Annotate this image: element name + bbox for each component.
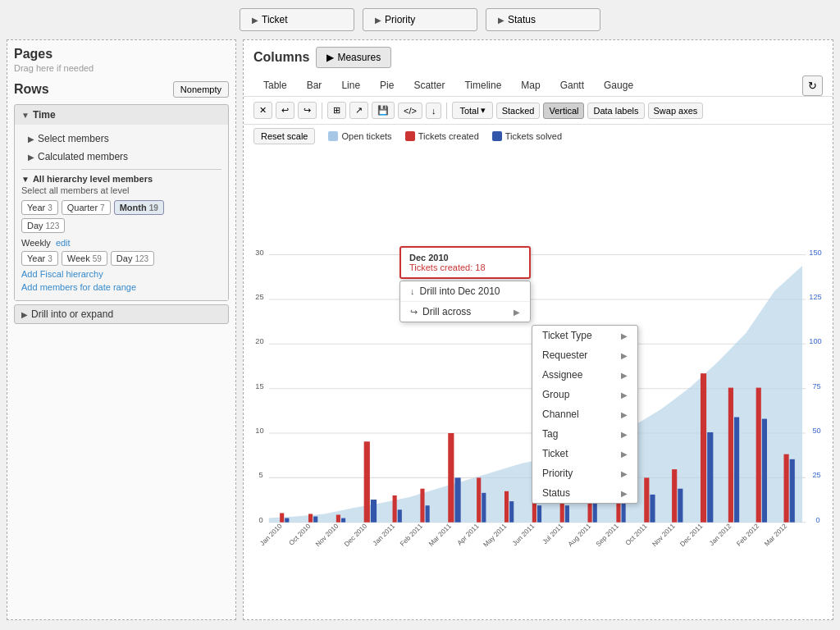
reset-scale-button[interactable]: Reset scale	[253, 128, 315, 144]
drill-item[interactable]: ▶ Drill into or expand	[15, 305, 228, 323]
svg-text:Dec 2011: Dec 2011	[678, 523, 704, 548]
time-dimension-header[interactable]: ▼ Time	[15, 105, 228, 125]
stacked-button[interactable]: Stacked	[496, 103, 541, 119]
svg-text:Mar 2012: Mar 2012	[763, 523, 788, 548]
submenu-channel[interactable]: Channel ▶	[532, 404, 637, 424]
svg-rect-55	[756, 388, 761, 523]
tab-bar[interactable]: Bar	[297, 75, 332, 96]
toolbar-save-btn[interactable]: 💾	[372, 102, 395, 119]
tab-pie[interactable]: Pie	[370, 75, 404, 96]
quarter-chip[interactable]: Quarter 7	[62, 200, 111, 215]
tooltip-value: Tickets created: 18	[409, 262, 521, 272]
year-chip[interactable]: Year 3	[21, 200, 58, 215]
drill-block: ▶ Drill into or expand	[14, 304, 229, 324]
tab-table[interactable]: Table	[253, 75, 297, 96]
svg-text:75: 75	[812, 382, 820, 390]
tab-gantt[interactable]: Gantt	[550, 75, 594, 96]
day-chips-row: Day 123	[21, 218, 221, 233]
toolbar-remove-btn[interactable]: ✕	[253, 102, 272, 119]
tooltip-box: Dec 2010 Tickets created: 18	[399, 246, 531, 279]
svg-rect-57	[784, 454, 789, 523]
tickets-created-color	[405, 131, 415, 141]
status-filter-btn[interactable]: ▶ Status	[486, 8, 600, 31]
tickets-solved-color	[492, 131, 502, 141]
svg-rect-31	[420, 489, 424, 523]
svg-rect-50	[678, 489, 682, 523]
svg-text:30: 30	[255, 249, 263, 257]
svg-text:0: 0	[258, 516, 262, 524]
swap-axes-button[interactable]: Swap axes	[648, 103, 704, 119]
weekly-week-chip[interactable]: Week 59	[62, 251, 107, 266]
drill-into-item[interactable]: ↓ Drill into Dec 2010	[400, 281, 530, 301]
submenu: Ticket Type ▶ Requester ▶ Assignee ▶	[532, 325, 638, 504]
submenu-tag[interactable]: Tag ▶	[532, 424, 637, 444]
nonempty-button[interactable]: Nonempty	[173, 81, 229, 98]
toolbar-open-btn[interactable]: ↗	[349, 102, 368, 119]
tab-gauge[interactable]: Gauge	[594, 75, 643, 96]
total-button[interactable]: Total ▾	[452, 102, 492, 119]
total-arrow-icon: ▾	[481, 105, 486, 116]
vertical-button[interactable]: Vertical	[543, 103, 584, 119]
weekly-year-chip[interactable]: Year 3	[21, 251, 58, 266]
svg-rect-26	[341, 518, 345, 523]
svg-text:Jan 2012: Jan 2012	[708, 523, 733, 548]
tab-scatter[interactable]: Scatter	[404, 75, 454, 96]
submenu-group[interactable]: Group ▶	[532, 385, 637, 404]
add-fiscal-link[interactable]: Add Fiscal hierarchy	[21, 269, 221, 279]
tab-map[interactable]: Map	[511, 75, 550, 96]
svg-rect-52	[707, 432, 713, 523]
svg-rect-27	[364, 441, 370, 522]
drill-across-item[interactable]: ↪ Drill across ▶ Ticket Type ▶	[400, 302, 530, 322]
toolbar-copy-btn[interactable]: ⊞	[327, 102, 346, 119]
weekly-day-chip[interactable]: Day 123	[111, 251, 154, 266]
tab-line[interactable]: Line	[331, 75, 370, 96]
time-dimension-content: ▶ Select members ▶ Calculated members ▼ …	[15, 125, 228, 300]
svg-rect-49	[672, 469, 677, 523]
toolbar-undo-btn[interactable]: ↩	[276, 102, 294, 119]
measures-button[interactable]: ▶ Measures	[316, 47, 391, 68]
svg-text:15: 15	[255, 382, 263, 390]
submenu-ticket[interactable]: Ticket ▶	[532, 444, 637, 463]
calculated-members-item[interactable]: ▶ Calculated members	[21, 148, 221, 166]
add-date-range-link[interactable]: Add members for date range	[21, 282, 221, 292]
sidebar: Pages Drag here if needed Rows Nonempty …	[7, 39, 236, 620]
submenu-assignee[interactable]: Assignee ▶	[532, 365, 637, 385]
svg-rect-42	[565, 505, 569, 523]
svg-rect-29	[393, 495, 397, 523]
svg-text:25: 25	[255, 293, 263, 301]
day-chip[interactable]: Day 123	[21, 218, 65, 233]
svg-text:May 2011: May 2011	[482, 523, 509, 549]
weekly-chips: Year 3 Week 59 Day 123	[21, 251, 221, 266]
priority-filter-btn[interactable]: ▶ Priority	[363, 8, 477, 31]
svg-rect-53	[728, 388, 733, 523]
tab-timeline[interactable]: Timeline	[454, 75, 511, 96]
drill-across-icon: ↪	[410, 307, 418, 317]
time-dimension-block: ▼ Time ▶ Select members ▶ Calculated mem…	[14, 104, 229, 301]
month-chip[interactable]: Month 19	[114, 200, 164, 215]
status-arrow-icon: ▶	[498, 16, 504, 25]
rows-header: Rows Nonempty	[14, 81, 229, 98]
svg-text:Nov 2010: Nov 2010	[314, 523, 340, 548]
toolbar-code-btn[interactable]: </>	[398, 103, 422, 119]
weekly-label: Weekly	[21, 238, 51, 248]
toolbar-download-btn[interactable]: ↓	[426, 103, 442, 119]
svg-rect-51	[701, 373, 706, 523]
data-labels-button[interactable]: Data labels	[587, 103, 644, 119]
svg-rect-36	[482, 493, 486, 523]
columns-header: Columns ▶ Measures	[244, 40, 833, 75]
toolbar-sep1	[322, 103, 322, 119]
svg-rect-48	[650, 495, 655, 523]
svg-text:Nov 2011: Nov 2011	[651, 523, 676, 548]
submenu-requester[interactable]: Requester ▶	[532, 345, 637, 365]
submenu-priority[interactable]: Priority ▶	[532, 463, 637, 483]
toolbar-redo-btn[interactable]: ↪	[298, 102, 317, 119]
time-arrow-icon: ▼	[21, 111, 30, 120]
ticket-filter-btn[interactable]: ▶ Ticket	[240, 8, 354, 31]
svg-text:5: 5	[258, 471, 262, 479]
refresh-button[interactable]: ↻	[802, 75, 823, 96]
submenu-status[interactable]: Status ▶	[532, 483, 637, 503]
select-members-item[interactable]: ▶ Select members	[21, 130, 221, 148]
submenu-ticket-type[interactable]: Ticket Type ▶	[532, 326, 637, 345]
svg-text:100: 100	[809, 337, 821, 345]
weekly-edit-link[interactable]: edit	[56, 238, 71, 248]
